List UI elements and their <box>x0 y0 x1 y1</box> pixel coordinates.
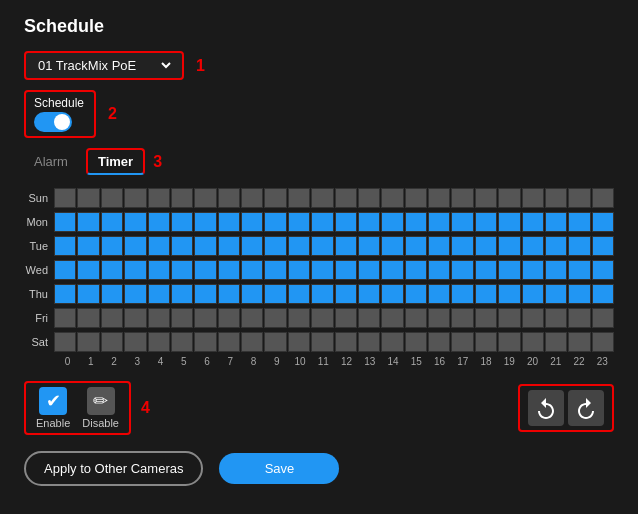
grid-cell[interactable] <box>545 260 567 280</box>
grid-cell[interactable] <box>218 212 240 232</box>
grid-cell[interactable] <box>171 332 193 352</box>
grid-cell[interactable] <box>568 284 590 304</box>
grid-cell[interactable] <box>124 332 146 352</box>
grid-cell[interactable] <box>545 212 567 232</box>
grid-cell[interactable] <box>194 308 216 328</box>
grid-cell[interactable] <box>288 332 310 352</box>
grid-cell[interactable] <box>568 212 590 232</box>
grid-cell[interactable] <box>498 212 520 232</box>
grid-cell[interactable] <box>77 188 99 208</box>
grid-cell[interactable] <box>405 308 427 328</box>
grid-cell[interactable] <box>381 260 403 280</box>
grid-cell[interactable] <box>428 332 450 352</box>
grid-cell[interactable] <box>335 332 357 352</box>
grid-cell[interactable] <box>568 188 590 208</box>
grid-cell[interactable] <box>288 260 310 280</box>
grid-cell[interactable] <box>335 284 357 304</box>
grid-cell[interactable] <box>218 308 240 328</box>
grid-cell[interactable] <box>405 332 427 352</box>
grid-cell[interactable] <box>475 260 497 280</box>
grid-cell[interactable] <box>148 260 170 280</box>
grid-cell[interactable] <box>568 332 590 352</box>
grid-cell[interactable] <box>288 284 310 304</box>
save-button[interactable]: Save <box>219 453 339 484</box>
grid-cell[interactable] <box>381 332 403 352</box>
grid-cell[interactable] <box>358 236 380 256</box>
grid-cell[interactable] <box>475 212 497 232</box>
grid-cell[interactable] <box>54 188 76 208</box>
grid-cell[interactable] <box>264 260 286 280</box>
grid-cell[interactable] <box>171 188 193 208</box>
grid-cell[interactable] <box>77 260 99 280</box>
grid-cell[interactable] <box>522 212 544 232</box>
grid-cell[interactable] <box>311 212 333 232</box>
grid-cell[interactable] <box>568 236 590 256</box>
grid-cell[interactable] <box>522 188 544 208</box>
grid-cell[interactable] <box>522 332 544 352</box>
grid-cell[interactable] <box>381 188 403 208</box>
grid-cell[interactable] <box>288 308 310 328</box>
grid-cell[interactable] <box>428 212 450 232</box>
grid-cell[interactable] <box>194 188 216 208</box>
grid-cell[interactable] <box>101 188 123 208</box>
grid-cell[interactable] <box>428 236 450 256</box>
grid-cell[interactable] <box>592 332 614 352</box>
grid-cell[interactable] <box>241 332 263 352</box>
grid-cell[interactable] <box>428 308 450 328</box>
grid-cell[interactable] <box>498 236 520 256</box>
grid-cell[interactable] <box>381 284 403 304</box>
grid-cell[interactable] <box>264 284 286 304</box>
grid-cell[interactable] <box>451 332 473 352</box>
grid-cell[interactable] <box>241 308 263 328</box>
grid-cell[interactable] <box>101 212 123 232</box>
grid-cell[interactable] <box>311 308 333 328</box>
grid-cell[interactable] <box>171 212 193 232</box>
grid-cell[interactable] <box>451 236 473 256</box>
grid-cell[interactable] <box>311 332 333 352</box>
grid-cell[interactable] <box>545 188 567 208</box>
grid-cell[interactable] <box>475 332 497 352</box>
grid-cell[interactable] <box>428 188 450 208</box>
grid-cell[interactable] <box>545 284 567 304</box>
undo-button[interactable] <box>528 390 564 426</box>
grid-cell[interactable] <box>264 236 286 256</box>
grid-cell[interactable] <box>241 260 263 280</box>
grid-cell[interactable] <box>101 236 123 256</box>
grid-cell[interactable] <box>148 332 170 352</box>
grid-cell[interactable] <box>54 236 76 256</box>
grid-cell[interactable] <box>218 260 240 280</box>
grid-cell[interactable] <box>358 260 380 280</box>
grid-cell[interactable] <box>54 260 76 280</box>
grid-cell[interactable] <box>124 284 146 304</box>
enable-legend-item[interactable]: ✔ Enable <box>36 387 70 429</box>
grid-cell[interactable] <box>381 212 403 232</box>
grid-cell[interactable] <box>358 284 380 304</box>
schedule-grid[interactable]: SunMonTueWedThuFriSat <box>24 187 614 353</box>
grid-cell[interactable] <box>54 212 76 232</box>
grid-cell[interactable] <box>522 236 544 256</box>
grid-cell[interactable] <box>241 284 263 304</box>
apply-to-other-cameras-button[interactable]: Apply to Other Cameras <box>24 451 203 486</box>
grid-cell[interactable] <box>381 236 403 256</box>
grid-cell[interactable] <box>498 260 520 280</box>
grid-cell[interactable] <box>264 188 286 208</box>
grid-cell[interactable] <box>194 284 216 304</box>
grid-cell[interactable] <box>148 236 170 256</box>
grid-cell[interactable] <box>124 236 146 256</box>
grid-cell[interactable] <box>171 236 193 256</box>
grid-cell[interactable] <box>451 284 473 304</box>
grid-cell[interactable] <box>428 284 450 304</box>
grid-cell[interactable] <box>451 188 473 208</box>
grid-cell[interactable] <box>241 212 263 232</box>
grid-cell[interactable] <box>311 236 333 256</box>
grid-cell[interactable] <box>77 284 99 304</box>
grid-cell[interactable] <box>124 308 146 328</box>
grid-cell[interactable] <box>218 188 240 208</box>
grid-cell[interactable] <box>148 188 170 208</box>
grid-cell[interactable] <box>288 212 310 232</box>
grid-cell[interactable] <box>545 332 567 352</box>
grid-cell[interactable] <box>171 284 193 304</box>
grid-cell[interactable] <box>288 236 310 256</box>
grid-cell[interactable] <box>451 308 473 328</box>
grid-cell[interactable] <box>77 212 99 232</box>
